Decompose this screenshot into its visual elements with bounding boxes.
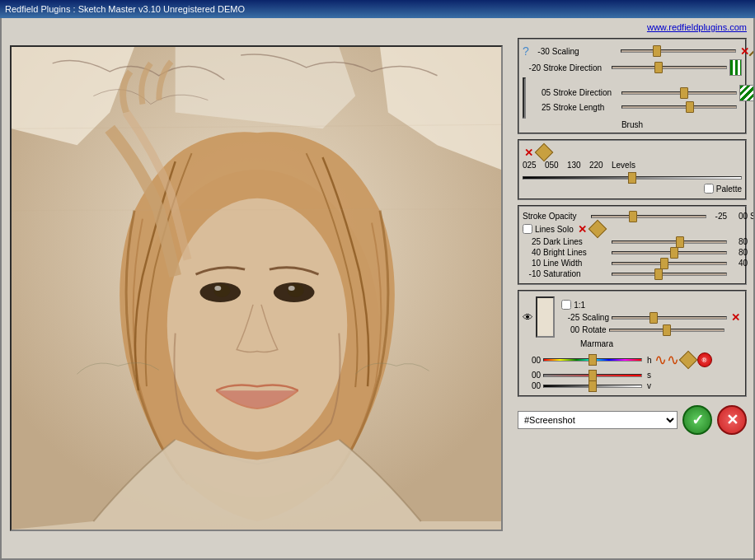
level-val-3: 220 [589, 161, 607, 170]
levels-diamond-btn[interactable] [535, 143, 554, 162]
lines-solo-checkbox[interactable] [523, 224, 532, 234]
right-panel: www.redfieldplugins.com ? -30 Scaling ✕ … [511, 18, 753, 558]
levels-slider[interactable] [523, 176, 742, 180]
stroke-opacity-slider[interactable] [591, 215, 706, 218]
dark-lines-val2: 80 [729, 237, 748, 246]
v-label: v [647, 381, 651, 390]
bright-lines-val2: 80 [729, 248, 748, 257]
levels-reset-btn[interactable]: ✕ [523, 147, 535, 159]
lines-diamond-btn[interactable] [588, 220, 607, 239]
dark-lines-val1: 25 [523, 237, 541, 246]
marmara-scaling-val: -25 [561, 313, 579, 322]
saturation-slider[interactable] [612, 273, 727, 276]
ok-button[interactable]: ✓ [682, 405, 712, 435]
h-label: h [647, 356, 652, 365]
marmara-scaling-label: Scaling [582, 313, 609, 322]
svg-point-2 [167, 198, 348, 452]
palette-checkbox[interactable] [704, 184, 714, 194]
saturation-label: Saturation [543, 269, 609, 278]
line-width-label: Line Width [543, 259, 609, 268]
level-val-1: 050 [545, 161, 563, 170]
wave-icon[interactable]: ∿∿ [654, 351, 679, 369]
stroke-direction2-slider[interactable] [621, 91, 737, 95]
website-link[interactable]: www.redfieldplugins.com [518, 22, 747, 32]
stroke-len-value: 25 [532, 103, 551, 112]
cancel-button[interactable]: ✕ [717, 405, 747, 435]
stroke-length-label: Stroke Length [553, 103, 619, 112]
s-label: s [647, 371, 651, 380]
marmara-rotate-val: 00 [561, 325, 579, 334]
title-bar-text: Redfield Plugins : Sketch Master v3.10 U… [5, 4, 245, 14]
saturation-val: -10 [523, 269, 541, 278]
palette-checkbox-container: Palette [704, 184, 742, 194]
stroke-dir2-pattern [739, 85, 753, 101]
stroke-dir1-value: -20 [523, 63, 541, 72]
stroke-opacity-label: Stroke Opacity [523, 212, 589, 221]
distortion-val: 00 [750, 259, 753, 268]
brush-label: Brush [621, 120, 643, 129]
svg-point-5 [213, 284, 230, 297]
marmara-section: 👁 1:1 -25 Scaling [518, 290, 747, 397]
stroke-length-slider[interactable] [621, 105, 737, 109]
svg-point-8 [288, 286, 295, 291]
scaling-value: -30 [532, 47, 550, 56]
marmara-s-val: 00 [523, 371, 541, 380]
levels-label: Levels [612, 161, 678, 170]
hue-slider[interactable] [543, 358, 642, 362]
stroke-dir2-label: Stroke Direction [553, 88, 619, 97]
svg-point-7 [214, 286, 221, 291]
scaling-slider[interactable] [621, 49, 736, 53]
marmara-reset-btn[interactable]: ✕ [729, 311, 742, 324]
marmara-h-val: 00 [523, 356, 541, 365]
level-val-2: 130 [567, 161, 585, 170]
line-width-val2: 40 [729, 259, 748, 268]
dark-lines-label: Dark Lines [543, 237, 609, 246]
line-width-slider[interactable] [612, 262, 727, 265]
one-to-one-label: 1:1 [574, 301, 585, 310]
marmara-rotate-slider[interactable] [609, 329, 725, 332]
marmara-v-val: 00 [523, 381, 541, 390]
one-to-one-checkbox[interactable] [561, 300, 571, 310]
line-width-val1: 10 [523, 259, 541, 268]
stroke-opacity-val: -25 [709, 212, 727, 221]
marmara-rotate-label: Rotate [582, 325, 607, 334]
image-canvas [10, 45, 503, 531]
stroke-direction1-slider[interactable] [612, 66, 727, 69]
marmara-diamond-btn[interactable] [678, 351, 697, 370]
diffusion-val: 00 [750, 237, 753, 246]
lines-solo-label: Lines Solo [535, 225, 574, 234]
scaling-label: Scaling [552, 47, 618, 56]
bottom-bar: #Screenshot ✓ ✕ [518, 405, 747, 435]
marmara-preview [536, 296, 555, 338]
levels-section: ✕ 025 050 130 220 Levels Palette [518, 139, 747, 200]
marmara-eye-icon[interactable]: 👁 [523, 311, 533, 324]
softness-val: 00 [729, 212, 748, 221]
palette-label: Palette [716, 184, 742, 194]
sat-slider[interactable] [543, 374, 642, 377]
marmara-label: Marmara [580, 339, 613, 348]
lines-reset-btn[interactable]: ✕ [576, 223, 589, 236]
lines-solo-container: Lines Solo [523, 224, 574, 234]
stroke-dir1-label: Stroke Direction [543, 63, 609, 72]
val-slider[interactable] [543, 385, 642, 388]
stroke-dir2-value: 05 [532, 88, 551, 97]
brush-section: ? -30 Scaling ✕ -20 Stroke Direction [518, 38, 747, 134]
softness-label: Softness [750, 212, 753, 221]
help-icon[interactable]: ? [523, 44, 529, 58]
brush-preview [523, 77, 526, 119]
image-panel [2, 18, 511, 558]
bright-lines-slider[interactable] [612, 251, 727, 254]
svg-point-6 [288, 284, 304, 297]
bright-lines-label: Bright Lines [543, 248, 609, 257]
level-val-0: 025 [523, 161, 541, 170]
marmara-scaling-slider[interactable] [612, 316, 727, 320]
bright-lines-val1: 40 [523, 248, 541, 257]
screenshot-dropdown[interactable]: #Screenshot [518, 411, 678, 429]
stroke-section: Stroke Opacity -25 00 Softness Lines Sol… [518, 205, 747, 285]
stroke-dir1-pattern [729, 59, 742, 76]
dark-lines-slider[interactable] [612, 240, 727, 244]
one-to-one-container: 1:1 [561, 300, 585, 310]
registered-icon: ® [697, 352, 712, 367]
